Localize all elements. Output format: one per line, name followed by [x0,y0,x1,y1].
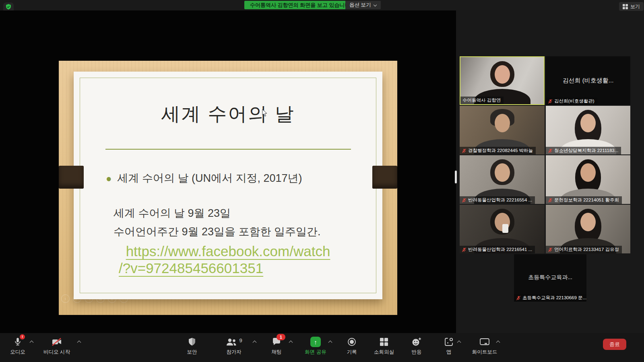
participant-name-text: 반려동물산업학과 22216554 ... [468,196,532,204]
share-screen-button[interactable]: ↑ 화면 공유 [299,336,332,356]
cup [502,224,508,233]
muted-mic-icon [548,99,553,104]
start-video-button[interactable]: 비디오 시작 [39,336,75,356]
audio-label: 오디오 [10,349,25,356]
participant-name-text: 초등특수교육과 22130669 문... [522,294,586,302]
audio-button[interactable]: ! 오디오 [6,336,29,356]
participant-name-label: 초등특수교육과 22130669 문... [514,294,586,302]
view-button-label: 보기 [630,3,640,10]
participant-name-text: 반려동물산업학과 22216541 ... [468,246,532,253]
start-video-label: 비디오 시작 [43,349,70,356]
shared-screen-region: 세계 수어의 날 ●세계 수어의 날 (UN에서 지정, 2017년) 세계 수… [0,10,456,333]
participant-tile[interactable]: 김선희 (비호생활... 김선희(비호생활관) [546,56,630,105]
participant-name-label: 반려동물산업학과 22216541 ... [460,246,535,253]
muted-mic-icon [516,296,521,300]
breakout-rooms-button[interactable]: 소회의실 [369,336,398,356]
slide-bullet-line: ●세계 수어의 날 (UN에서 지정, 2017년) [106,171,302,185]
participant-tile[interactable]: 문헌정보학과 22214051 황주희 [546,155,630,204]
up-arrow-icon: ↑ [314,339,317,346]
participants-label: 참가자 [226,349,242,356]
participants-chevron[interactable] [252,340,257,344]
chat-chevron[interactable] [288,340,293,344]
participant-name-text: 김선희(비호생활관) [554,97,594,105]
whiteboard-chevron[interactable] [495,340,500,344]
person-face [495,163,510,182]
chat-label: 채팅 [272,349,282,356]
security-button[interactable]: 보안 [181,336,203,356]
breakout-rooms-icon [379,336,389,348]
participant-tile[interactable]: 반려동물산업학과 22216554 ... [460,155,545,204]
apps-icon [444,336,454,348]
participant-tile[interactable]: 반려동물산업학과 22216541 ... [460,205,545,253]
camera-off-icon [52,336,62,348]
end-meeting-button[interactable]: 종료 [603,339,626,350]
participant-tile[interactable]: 수어통역사 김항연 [460,56,545,105]
slide-text-line1: 세계 수어의 날 9월 23일 [114,206,231,220]
participant-name-label: 수어통역사 김항연 [460,97,504,104]
view-options-label: 옵션 보기 [349,2,371,8]
reactions-label: 반응 [412,349,422,356]
person-face [580,114,596,132]
slide-bullet-text: 세계 수어의 날 (UN에서 지정, 2017년) [118,172,302,184]
participant-tile[interactable]: 언어치료학과 22133417 김유정 [546,205,630,253]
chevron-down-icon [374,4,377,7]
participant-tile[interactable]: 초등특수교육과... 초등특수교육과 22130669 문... [514,254,586,302]
prev-slide-button[interactable]: ‹ [61,294,70,303]
panel-resize-handle[interactable] [455,171,457,183]
slide-link-line1[interactable]: https://www.facebook.com/watch [74,243,382,259]
muted-mic-icon [548,247,553,252]
participant-name-label: 문헌정보학과 22214051 황주희 [546,196,622,204]
zoom-meeting-window: 수어통역사 김항연의 화면을 보고 있습니다 옵션 보기 보기 세계 수어의 날… [0,0,644,362]
slide: 세계 수어의 날 ●세계 수어의 날 (UN에서 지정, 2017년) 세계 수… [74,72,382,299]
participant-name-text: 경찰행정학과 22082445 박하늘 [468,147,533,154]
participants-button[interactable]: 9 참가자 [218,336,250,356]
muted-mic-icon [462,247,466,252]
participant-name-text: 언어치료학과 22133417 김유정 [554,246,619,253]
video-options-chevron[interactable] [76,340,81,344]
apps-button[interactable]: 앱 [439,336,458,356]
participant-tile[interactable]: 청소년상담복지학과 2211183... [546,106,630,154]
participant-name-label: 반려동물산업학과 22216554 ... [460,196,535,204]
apps-chevron[interactable] [456,340,461,344]
participant-display-name: 초등특수교육과... [514,274,586,281]
whiteboard-icon [479,336,490,348]
chat-unread-badge: 1 [277,334,285,340]
muted-mic-icon [462,148,466,153]
security-icon [188,336,196,348]
apps-label: 앱 [446,349,452,356]
slide-text-line2: 수어언어주간 9월 23일을 포함한 일주일간. [114,224,321,239]
audio-options-chevron[interactable] [29,340,34,344]
reactions-button[interactable]: 반응 [405,336,428,356]
reactions-icon [411,336,422,348]
slide-link-line2[interactable]: /?v=972485456601351 [119,260,263,276]
view-button[interactable]: 보기 [619,2,644,11]
share-chevron[interactable] [328,340,332,344]
participant-name-label: 경찰행정학과 22082445 박하늘 [460,147,536,154]
left-clamp [59,166,84,189]
view-options-button[interactable]: 옵션 보기 [345,1,381,9]
person-face [495,65,510,84]
screen-share-banner: 수어통역사 김항연의 화면을 보고 있습니다 [244,1,355,9]
bullet-dot-icon: ● [106,173,112,184]
whiteboard-button[interactable]: 화이트보드 [467,336,502,356]
record-icon [347,336,357,348]
muted-mic-icon [548,148,553,153]
person-face [580,213,596,231]
chat-icon: 1 [272,336,281,348]
chat-button[interactable]: 1 채팅 [265,336,288,356]
slide-title: 세계 수어의 날 [74,101,382,127]
participant-name-label: 김선희(비호생활관) [546,97,597,105]
prev-icon: ‹ [65,296,66,301]
security-label: 보안 [187,349,197,356]
participant-name-text: 수어통역사 김항연 [462,97,501,104]
participant-display-name: 김선희 (비호생활... [546,76,630,84]
breakout-rooms-label: 소회의실 [374,349,394,356]
gallery-view-icon [623,4,628,9]
participant-tile[interactable]: 경찰행정학과 22082445 박하늘 [460,106,545,154]
person-face [495,114,510,132]
meeting-toolbar: ! 오디오 비디오 시작 보안 9 참가자 [0,333,644,362]
participant-name-text: 청소년상담복지학과 2211183... [554,147,618,154]
muted-mic-icon [462,198,466,203]
record-button[interactable]: 기록 [341,336,363,356]
right-clamp [372,166,397,189]
